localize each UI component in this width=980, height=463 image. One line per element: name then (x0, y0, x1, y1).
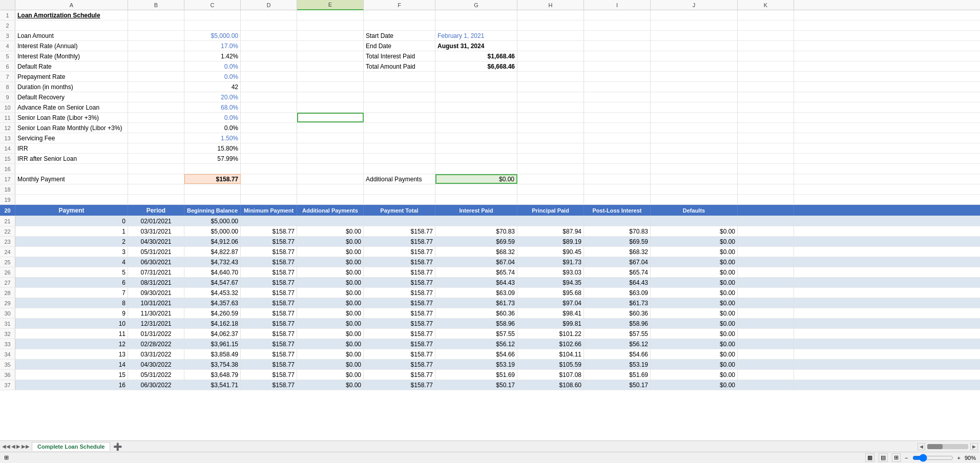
cell-period-37[interactable]: 06/30/2022 (128, 380, 184, 390)
cell-post-loss-30[interactable]: $60.36 (584, 308, 651, 318)
cell-princ-paid-25[interactable]: $91.73 (517, 257, 584, 267)
cell-post-loss-27[interactable]: $64.43 (584, 278, 651, 287)
cell-period-22[interactable]: 03/31/2021 (128, 226, 184, 236)
cell-defaults-35[interactable]: $0.00 (651, 360, 738, 369)
cell-princ-paid-22[interactable]: $87.94 (517, 226, 584, 236)
cell-min-pay-35[interactable]: $158.77 (241, 360, 297, 369)
cell-addl-pay-28[interactable]: $0.00 (297, 288, 364, 298)
cell-pay-total-34[interactable]: $158.77 (364, 349, 435, 359)
zoom-slider[interactable] (912, 454, 953, 462)
cell-c7[interactable]: 0.0% (184, 72, 241, 81)
cell-post-loss-32[interactable]: $57.55 (584, 329, 651, 339)
cell-addl-pay-24[interactable]: $0.00 (297, 247, 364, 257)
cell-int-paid-34[interactable]: $54.66 (435, 349, 517, 359)
cell-a14[interactable]: IRR (15, 143, 128, 153)
cell-post-loss-23[interactable]: $69.59 (584, 237, 651, 246)
cell-defaults-29[interactable]: $0.00 (651, 298, 738, 308)
sheet-nav-next[interactable]: ▶ (16, 444, 20, 449)
col-header-g[interactable]: G (435, 0, 517, 10)
cell-c13[interactable]: 1.50% (184, 133, 241, 143)
cell-princ-paid-29[interactable]: $97.04 (517, 298, 584, 308)
sheet-nav-first[interactable]: ◀◀ (2, 444, 10, 449)
cell-a10[interactable]: Advance Rate on Senior Loan (15, 102, 128, 112)
cell-e11-selected[interactable] (297, 113, 364, 122)
cell-addl-pay-35[interactable]: $0.00 (297, 360, 364, 369)
cell-int-paid-36[interactable]: $51.69 (435, 370, 517, 380)
cell-period-23[interactable]: 04/30/2021 (128, 237, 184, 246)
cell-f5[interactable]: Total Interest Paid (364, 51, 435, 61)
cell-min-pay-28[interactable]: $158.77 (241, 288, 297, 298)
cell-payment-29[interactable]: 8 (15, 298, 128, 308)
cell-f3[interactable]: Start Date (364, 31, 435, 40)
cell-addl-pay-31[interactable]: $0.00 (297, 319, 364, 328)
cell-payment-27[interactable]: 6 (15, 278, 128, 287)
cell-post-loss-37[interactable]: $50.17 (584, 380, 651, 390)
cell-min-pay-30[interactable]: $158.77 (241, 308, 297, 318)
cell-int-paid-23[interactable]: $69.59 (435, 237, 517, 246)
cell-begin-bal-34[interactable]: $3,858.49 (184, 349, 241, 359)
zoom-out-btn[interactable]: − (905, 455, 908, 461)
cell-post-loss-22[interactable]: $70.83 (584, 226, 651, 236)
cell-begin-bal-22[interactable]: $5,000.00 (184, 226, 241, 236)
cell-princ-paid-34[interactable]: $104.11 (517, 349, 584, 359)
cell-begin-bal-25[interactable]: $4,732.43 (184, 257, 241, 267)
cell-post-loss-31[interactable]: $58.96 (584, 319, 651, 328)
cell-begin-bal-37[interactable]: $3,541.71 (184, 380, 241, 390)
cell-defaults-25[interactable]: $0.00 (651, 257, 738, 267)
cell-pay-total-29[interactable]: $158.77 (364, 298, 435, 308)
scroll-left-btn[interactable]: ◀ (918, 443, 925, 450)
cell-c17-monthly-payment[interactable]: $158.77 (184, 174, 241, 184)
cell-min-pay-26[interactable]: $158.77 (241, 267, 297, 277)
cell-period-27[interactable]: 08/31/2021 (128, 278, 184, 287)
cell-g17-additional-payments-value[interactable]: $0.00 (435, 174, 517, 184)
cell-int-paid-24[interactable]: $68.32 (435, 247, 517, 257)
scroll-right-btn[interactable]: ▶ (970, 443, 978, 450)
zoom-in-btn[interactable]: + (957, 455, 961, 461)
cell-int-paid-25[interactable]: $67.04 (435, 257, 517, 267)
sheet-tab-complete-loan-schedule[interactable]: Complete Loan Schedule (32, 442, 110, 451)
sheet-nav-last[interactable]: ▶▶ (22, 444, 30, 449)
cell-a7[interactable]: Prepayment Rate (15, 72, 128, 81)
cell-pay-total-27[interactable]: $158.77 (364, 278, 435, 287)
cell-min-pay-22[interactable]: $158.77 (241, 226, 297, 236)
cell-min-pay-37[interactable]: $158.77 (241, 380, 297, 390)
cell-period-24[interactable]: 05/31/2021 (128, 247, 184, 257)
cell-payment-26[interactable]: 5 (15, 267, 128, 277)
cell-min-pay-27[interactable]: $158.77 (241, 278, 297, 287)
cell-a6[interactable]: Default Rate (15, 61, 128, 71)
view-page-break-icon[interactable]: ⊞ (892, 453, 901, 462)
cell-defaults-32[interactable]: $0.00 (651, 329, 738, 339)
cell-pay-total-21[interactable] (364, 216, 435, 226)
cell-begin-bal-26[interactable]: $4,640.70 (184, 267, 241, 277)
cell-post-loss-33[interactable]: $56.12 (584, 339, 651, 349)
cell-payment-32[interactable]: 11 (15, 329, 128, 339)
cell-defaults-36[interactable]: $0.00 (651, 370, 738, 380)
cell-payment-37[interactable]: 16 (15, 380, 128, 390)
cell-c10[interactable]: 68.0% (184, 102, 241, 112)
cell-defaults-34[interactable]: $0.00 (651, 349, 738, 359)
cell-int-paid-31[interactable]: $58.96 (435, 319, 517, 328)
cell-payment-25[interactable]: 4 (15, 257, 128, 267)
cell-begin-bal-31[interactable]: $4,162.18 (184, 319, 241, 328)
cell-princ-paid-28[interactable]: $95.68 (517, 288, 584, 298)
view-layout-icon[interactable]: ▤ (879, 453, 888, 462)
cell-min-pay-25[interactable]: $158.77 (241, 257, 297, 267)
cell-addl-pay-27[interactable]: $0.00 (297, 278, 364, 287)
cell-payment-21[interactable]: 0 (15, 216, 128, 226)
cell-pay-total-37[interactable]: $158.77 (364, 380, 435, 390)
cell-a15[interactable]: IRR after Senior Loan (15, 154, 128, 163)
cell-period-33[interactable]: 02/28/2022 (128, 339, 184, 349)
cell-post-loss-36[interactable]: $51.69 (584, 370, 651, 380)
cell-min-pay-23[interactable]: $158.77 (241, 237, 297, 246)
cell-c11[interactable]: 0.0% (184, 113, 241, 122)
cell-c14[interactable]: 15.80% (184, 143, 241, 153)
cell-a3[interactable]: Loan Amount (15, 31, 128, 40)
cell-payment-24[interactable]: 3 (15, 247, 128, 257)
col-header-b[interactable]: B (128, 0, 184, 10)
col-header-h[interactable]: H (517, 0, 584, 10)
cell-g3[interactable]: February 1, 2021 (435, 31, 517, 40)
cell-post-loss-29[interactable]: $61.73 (584, 298, 651, 308)
cell-a1[interactable]: Loan Amortization Schedule (15, 10, 128, 20)
cell-period-21[interactable]: 02/01/2021 (128, 216, 184, 226)
cell-addl-pay-22[interactable]: $0.00 (297, 226, 364, 236)
